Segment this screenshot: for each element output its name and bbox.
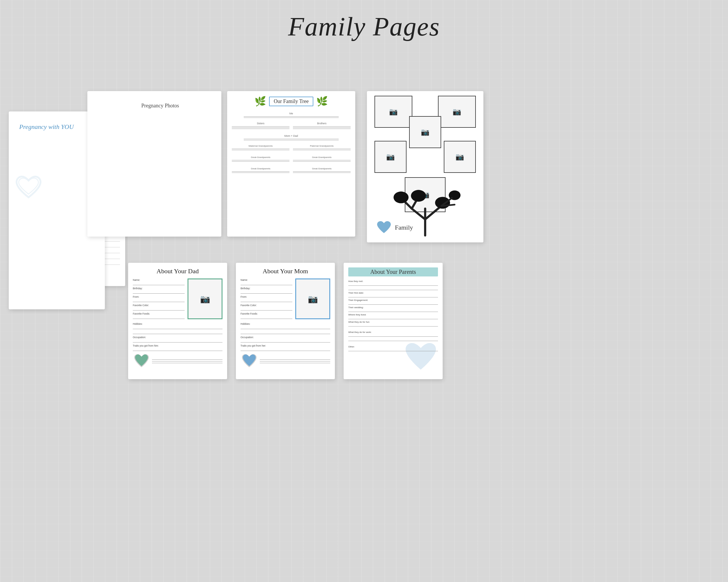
- mom-hearts: [240, 353, 258, 369]
- about-mom-title: About Your Mom: [240, 268, 330, 275]
- parents-first-date: Their first date:: [348, 292, 438, 297]
- dad-birthday-field: Birthday:: [133, 287, 185, 294]
- page-title: Family Pages: [0, 0, 728, 53]
- dad-color-label: Favorite Color:: [133, 304, 185, 307]
- camera-icon-tree-1: 📷: [389, 108, 398, 116]
- mom-hobbies-section: Hobbies: Occupation: Traits you got from…: [240, 323, 330, 351]
- dad-birthday-label: Birthday:: [133, 287, 185, 290]
- tree-great-gp-row2: Great-Grandparents Great-Grandparents: [232, 165, 350, 174]
- dad-from-field: From:: [133, 295, 185, 302]
- dad-hobbies-section: Hobbies: Occupation: Traits you got from…: [133, 323, 223, 351]
- dad-color-field: Favorite Color:: [133, 304, 185, 310]
- great-gp-label-1: Great-Grandparents: [251, 156, 270, 159]
- paternal-gp-label: Paternal Grandparents: [310, 145, 334, 147]
- parents-wedding: Their wedding:: [348, 306, 438, 312]
- leaf-right: 🌿: [316, 96, 328, 107]
- family-heart: [376, 220, 392, 235]
- great-gp-label-4: Great-Grandparents: [312, 167, 331, 170]
- brothers-label: Brothers: [317, 122, 327, 125]
- parents-fun: What they do for fun:: [348, 321, 438, 327]
- mom-name-field: Name:: [240, 278, 292, 285]
- great-gp-col-3: Great-Grandparents: [232, 165, 289, 174]
- great-gp-label-3: Great-Grandparents: [251, 167, 270, 170]
- mom-photo-box: 📷: [295, 278, 330, 321]
- about-dad-layout: Name: Birthday: From: Favorite Color: Fa…: [133, 278, 223, 321]
- mom-name-label: Name:: [240, 278, 292, 281]
- dad-from-label: From:: [133, 295, 185, 298]
- family-tree-title: Our Family Tree: [269, 96, 313, 106]
- parents-wedding-label: Their wedding:: [348, 306, 438, 309]
- parents-how-met: How they met:: [348, 280, 438, 290]
- camera-icon-tree-4: 📷: [386, 153, 395, 161]
- dad-card-bottom: [133, 353, 223, 369]
- tree-header: 🌿 Our Family Tree 🌿: [232, 96, 350, 107]
- parents-work: What they do for work:: [348, 331, 438, 341]
- about-parents-title: About Your Parents: [348, 268, 438, 276]
- parents-lived: Where they lived:: [348, 313, 438, 319]
- mom-birthday-label: Birthday:: [240, 287, 292, 290]
- dad-name-label: Name:: [133, 278, 185, 281]
- parents-engagement: Their Engagement:: [348, 299, 438, 305]
- mom-occupation-label: Occupation:: [240, 336, 330, 339]
- great-gp-col-1: Great-Grandparents: [232, 154, 289, 162]
- camera-icon-tree-5: 📷: [456, 153, 464, 161]
- parents-other-label: Other:: [348, 345, 438, 348]
- pregnancy-photos-title: Pregnancy Photos: [93, 97, 221, 237]
- dad-bottom-lines: [152, 358, 223, 365]
- about-parents-card: About Your Parents How they met: Their f…: [344, 263, 443, 379]
- parents-first-date-label: Their first date:: [348, 292, 438, 294]
- tree-sisters-col: Sisters: [232, 120, 289, 130]
- mom-traits-field: Traits you got from her:: [240, 344, 330, 351]
- parents-lived-label: Where they lived:: [348, 313, 438, 316]
- dad-foods-label: Favorite Foods:: [133, 312, 185, 315]
- dad-hobbies-field: Hobbies:: [133, 323, 223, 334]
- tree-great-gp-row1: Great-Grandparents Great-Grandparents: [232, 154, 350, 162]
- dad-foods-field: Favorite Foods:: [133, 312, 185, 319]
- great-gp-label-2: Great-Grandparents: [312, 156, 331, 159]
- tree-photo-container: 📷 📷 📷 📷 📷 📷: [371, 96, 479, 238]
- dad-hobbies-label: Hobbies:: [133, 323, 223, 325]
- big-family-tree-card: 📷 📷 📷 📷 📷 📷: [367, 91, 484, 242]
- camera-icon-dad: 📷: [200, 294, 210, 304]
- mom-fields: Name: Birthday: From: Favorite Color: Fa…: [240, 278, 292, 321]
- mom-from-field: From:: [240, 295, 292, 302]
- parents-how-met-label: How they met:: [348, 280, 438, 282]
- mom-bottom-lines: [260, 358, 330, 365]
- dad-traits-label: Traits you got from him:: [133, 344, 223, 347]
- sisters-label: Sisters: [257, 122, 264, 125]
- maternal-gp-col: Maternal Grandparents: [232, 143, 289, 151]
- mom-hobbies-label: Hobbies:: [240, 323, 330, 325]
- mom-dad-label: Mom + Dad: [285, 134, 298, 137]
- about-mom-layout: Name: Birthday: From: Favorite Color: Fa…: [240, 278, 330, 321]
- family-text: Family: [395, 224, 413, 231]
- dad-fields: Name: Birthday: From: Favorite Color: Fa…: [133, 278, 185, 321]
- great-gp-col-2: Great-Grandparents: [293, 154, 350, 162]
- dad-name-field: Name:: [133, 278, 185, 285]
- dad-photo-box: 📷: [187, 278, 223, 321]
- parents-fun-label: What they do for fun:: [348, 321, 438, 323]
- mom-occupation-field: Occupation:: [240, 336, 330, 342]
- mom-color-label: Favorite Color:: [240, 304, 292, 307]
- tree-photo-3: 📷: [409, 116, 441, 148]
- tree-photo-4: 📷: [374, 141, 407, 173]
- about-dad-title: About Your Dad: [133, 268, 223, 275]
- great-gp-col-4: Great-Grandparents: [293, 165, 350, 174]
- svg-point-4: [435, 197, 450, 209]
- about-dad-card: About Your Dad Name: Birthday: From: Fav…: [128, 263, 227, 379]
- camera-icon-mom: 📷: [308, 294, 318, 304]
- tree-photo-5: 📷: [444, 141, 476, 173]
- mom-hobbies-field: Hobbies:: [240, 323, 330, 334]
- family-tree-card: 🌿 Our Family Tree 🌿 Me Sisters Brothers: [227, 91, 355, 237]
- dad-hearts: [133, 353, 150, 369]
- tree-brothers-col: Brothers: [293, 120, 350, 130]
- tree-me-section: Me: [232, 110, 350, 118]
- me-label: Me: [289, 112, 293, 115]
- parents-other: Other:: [348, 345, 438, 351]
- svg-point-2: [393, 192, 409, 203]
- camera-icon-tree-3: 📷: [421, 128, 430, 136]
- parents-engagement-label: Their Engagement:: [348, 299, 438, 302]
- mom-card-bottom: [240, 353, 330, 369]
- tree-photo-2: 📷: [438, 96, 476, 128]
- dad-traits-field: Traits you got from him:: [133, 344, 223, 351]
- mom-birthday-field: Birthday:: [240, 287, 292, 294]
